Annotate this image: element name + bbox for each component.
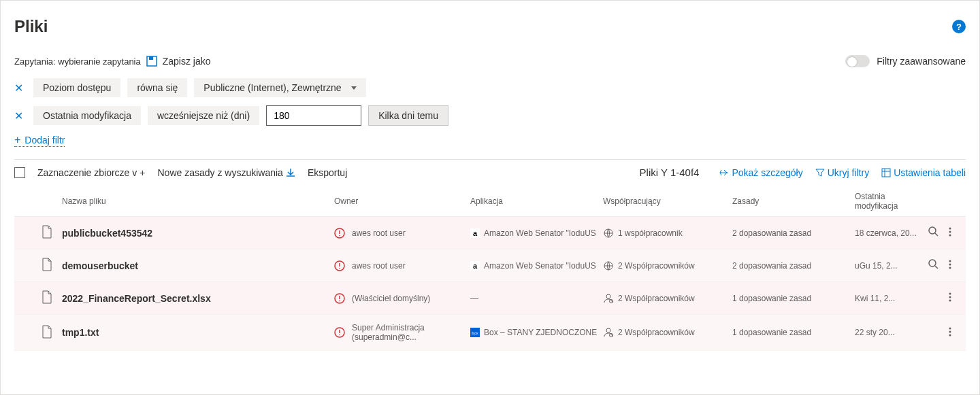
bulk-select-button[interactable]: Zaznaczenie zbiorcze v + [37, 167, 145, 178]
mod-text: 22 sty 20... [855, 328, 923, 337]
file-name[interactable]: demouserbucket [62, 260, 138, 271]
svg-point-9 [949, 231, 951, 233]
svg-point-7 [929, 227, 936, 234]
svg-point-16 [949, 260, 951, 262]
file-icon [42, 225, 52, 239]
svg-point-18 [949, 267, 951, 269]
collab-text: 2 Współpracowników [618, 261, 695, 271]
svg-text:a: a [473, 229, 478, 237]
collab-text: 1 współpracownik [618, 228, 683, 238]
page-title: Pliki [14, 17, 48, 36]
app-text: Amazon Web Senator "IoduUS [484, 228, 596, 238]
file-name[interactable]: publicbucket453542 [62, 228, 152, 239]
policy-text: 2 dopasowania zasad [732, 261, 855, 271]
table-row[interactable]: demouserbucket awes root user aAmazon We… [14, 250, 966, 282]
remove-filter-button[interactable]: ✕ [14, 82, 27, 95]
svg-point-22 [949, 293, 951, 295]
row-more-button[interactable] [949, 292, 951, 305]
aws-icon: a [470, 261, 480, 271]
filter-field[interactable]: Ostatnia modyfikacja [33, 106, 141, 125]
person-icon [603, 293, 614, 304]
filter-preset-pill[interactable]: Kilka dni temu [368, 105, 448, 126]
table-row[interactable]: tmp1.txt Super Administracja (superadmin… [14, 315, 966, 351]
more-icon [949, 326, 951, 337]
file-name[interactable]: 2022_FinanceReport_Secret.xlsx [62, 293, 211, 304]
svg-rect-1 [149, 56, 153, 60]
mod-text: 18 czerwca, 20... [855, 228, 923, 238]
more-icon [949, 259, 951, 270]
save-as-button[interactable]: Zapisz jako [163, 56, 211, 67]
svg-point-30 [949, 327, 951, 329]
table-header: Nazwa pliku Owner Aplikacja Współpracują… [14, 186, 966, 217]
warning-icon [334, 327, 345, 338]
globe-icon [603, 260, 614, 271]
more-icon [949, 292, 951, 303]
table-row[interactable]: publicbucket453542 awes root user aAmazo… [14, 217, 966, 250]
add-filter-button[interactable]: + Dodaj filtr [14, 134, 65, 147]
owner-text: (Właściciel domyślny) [352, 294, 430, 303]
show-details-button[interactable]: Pokaż szczegóły [719, 167, 802, 178]
row-search-button[interactable] [928, 226, 939, 239]
remove-filter-button[interactable]: ✕ [14, 109, 27, 122]
svg-point-17 [949, 264, 951, 266]
filter-days-input[interactable] [266, 105, 361, 126]
table-icon [881, 168, 891, 177]
new-policy-button[interactable]: Nowe zasady z wyszukiwania [157, 167, 295, 178]
filter-operator[interactable]: równa się [127, 78, 187, 97]
collab-text: 2 Współpracowników [618, 294, 695, 303]
file-icon [42, 325, 52, 339]
row-more-button[interactable] [949, 226, 951, 239]
queries-label: Zapytania: wybieranie zapytania [14, 56, 141, 67]
owner-text: Super Administracja (superadmin@c... [352, 323, 470, 342]
policy-text: 1 dopasowanie zasad [732, 328, 855, 337]
app-text: Box – STANY ZJEDNOCZONE [484, 328, 597, 337]
row-search-button[interactable] [928, 259, 939, 272]
svg-point-28 [606, 328, 610, 332]
collab-text: 2 Współpracowników [618, 328, 695, 337]
file-icon [42, 258, 52, 271]
row-more-button[interactable] [949, 326, 951, 339]
box-icon: box [470, 328, 480, 337]
svg-point-23 [949, 296, 951, 298]
search-icon [928, 226, 939, 237]
save-icon [146, 56, 157, 67]
svg-rect-2 [882, 169, 890, 177]
search-icon [928, 259, 939, 270]
download-icon [286, 168, 295, 177]
svg-text:box: box [472, 331, 478, 335]
mod-text: Kwi 11, 2... [855, 294, 923, 303]
hide-filters-button[interactable]: Ukryj filtry [815, 167, 869, 178]
mod-text: uGu 15, 2... [855, 261, 923, 271]
more-icon [949, 226, 951, 237]
file-icon [42, 290, 52, 304]
aws-icon: a [470, 228, 480, 238]
filter-field[interactable]: Poziom dostępu [33, 78, 120, 97]
select-all-checkbox[interactable] [14, 167, 25, 178]
file-name[interactable]: tmp1.txt [62, 327, 99, 338]
table-row[interactable]: 2022_FinanceReport_Secret.xlsx (Właścici… [14, 282, 966, 315]
table-settings-button[interactable]: Ustawienia tabeli [881, 167, 966, 178]
filter-operator[interactable]: wcześniejsze niż (dni) [148, 106, 259, 125]
globe-icon [603, 228, 614, 239]
svg-text:a: a [473, 262, 478, 270]
owner-text: awes root user [352, 261, 406, 271]
advanced-filters-toggle[interactable] [845, 55, 870, 67]
result-count: Pliki Y 1-40f4 [640, 167, 700, 178]
svg-point-24 [949, 300, 951, 302]
advanced-filters-label: Filtry zaawansowane [877, 56, 966, 67]
filter-value-dropdown[interactable]: Publiczne (Internet), Zewnętrzne [194, 78, 365, 97]
svg-point-8 [949, 228, 951, 230]
export-button[interactable]: Eksportuj [308, 167, 347, 178]
policy-text: 1 dopasowanie zasad [732, 294, 855, 303]
warning-icon [334, 228, 345, 239]
row-more-button[interactable] [949, 259, 951, 272]
person-icon [603, 327, 614, 338]
help-icon[interactable]: ? [952, 20, 966, 33]
filter-icon [815, 168, 825, 177]
svg-point-15 [929, 260, 936, 267]
owner-text: awes root user [352, 228, 406, 238]
app-text: Amazon Web Senator "IoduUS [484, 261, 596, 271]
policy-text: 2 dopasowania zasad [732, 228, 855, 238]
filter-row: ✕ Ostatnia modyfikacja wcześniejsze niż … [14, 105, 966, 126]
warning-icon [334, 260, 345, 271]
